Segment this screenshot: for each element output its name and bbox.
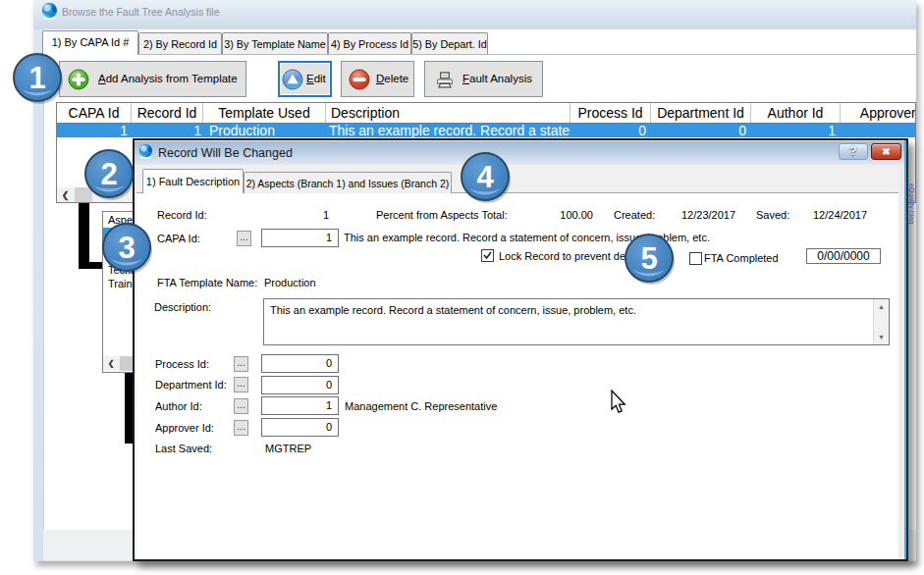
svg-text:1: 1 xyxy=(28,61,45,95)
svg-text:5: 5 xyxy=(640,241,657,276)
svg-text:3: 3 xyxy=(118,231,135,265)
svg-text:2: 2 xyxy=(100,157,117,191)
svg-text:4: 4 xyxy=(476,160,494,194)
